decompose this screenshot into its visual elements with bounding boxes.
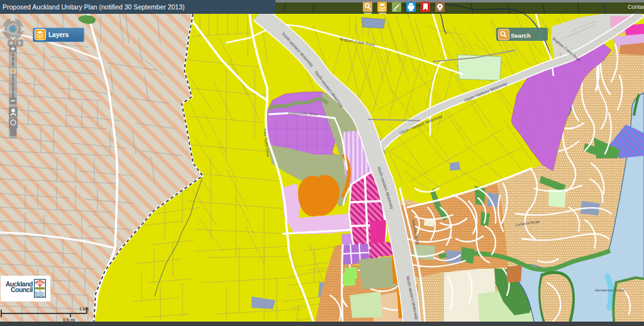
svg-text:Henderson Creek: Henderson Creek — [595, 288, 625, 292]
svg-text:1 km: 1 km — [79, 307, 89, 311]
